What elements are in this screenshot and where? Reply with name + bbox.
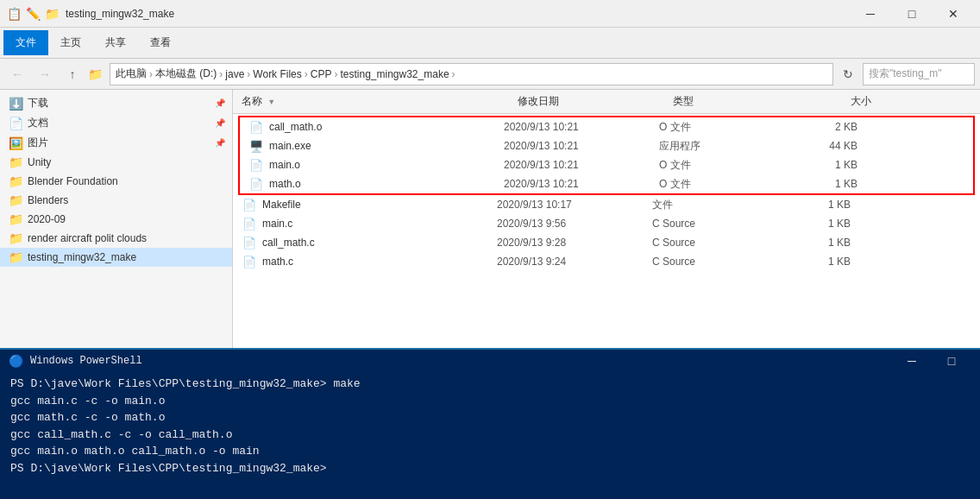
close-button[interactable]: ✕ [933,0,973,28]
table-row[interactable]: 📄 main.c 2020/9/13 9:56 C Source 1 KB [233,214,980,233]
file-name-cell: 📄 math.o [248,177,504,191]
forward-button[interactable]: → [33,62,57,86]
sidebar-label-unity: Unity [28,156,51,168]
table-row[interactable]: 📄 main.o 2020/9/13 10:21 O 文件 1 KB [240,155,973,174]
sidebar-item-pictures[interactable]: 🖼️ 图片 📌 [0,133,232,153]
terminal-title: Windows PowerShell [30,355,892,367]
tab-file[interactable]: 文件 [3,30,48,55]
file-icon-call-math-o: 📄 [248,120,264,134]
file-size-main-exe: 44 KB [788,140,858,152]
window-title: testing_mingw32_make [66,8,174,20]
tab-share[interactable]: 共享 [93,30,138,55]
file-name-main-o: main.o [269,159,300,171]
file-icon-main-c: 📄 [242,217,257,231]
tab-view[interactable]: 查看 [138,30,183,55]
col-header-date[interactable]: 修改日期 [518,94,673,109]
app-icon-2: ✏️ [26,7,40,21]
sidebar-item-2020-09[interactable]: 📁 2020-09 [0,210,232,229]
file-date-makefile: 2020/9/13 10:17 [497,199,652,211]
sidebar-item-render[interactable]: 📁 render aircraft polit clouds [0,229,232,248]
file-date-main-exe: 2020/9/13 10:21 [504,140,659,152]
path-part-3: Work Files [253,68,301,80]
sidebar-label-render: render aircraft polit clouds [28,232,147,244]
col-header-name[interactable]: 名称 ▼ [242,94,518,109]
address-path-bar[interactable]: 此电脑 › 本地磁盘 (D:) › jave › Work Files › CP… [110,63,833,85]
search-box[interactable]: 搜索"testing_m" [863,63,975,85]
testing-icon: 📁 [7,250,24,264]
file-icon-main-exe: 🖥️ [248,139,264,153]
file-type-math-c: C Source [652,256,782,268]
pin-icon-pictures: 📌 [215,138,225,148]
file-type-call-math-c: C Source [652,237,782,249]
file-name-math-c: math.c [262,256,293,268]
sidebar-item-testing[interactable]: 📁 testing_mingw32_make [0,248,232,267]
title-bar: 📋 ✏️ 📁 testing_mingw32_make ─ □ ✕ [0,0,980,28]
back-button[interactable]: ← [5,62,29,86]
file-date-call-math-o: 2020/9/13 10:21 [504,121,659,133]
file-name-main-c: main.c [262,218,292,230]
table-row[interactable]: 📄 math.o 2020/9/13 10:21 O 文件 1 KB [240,174,973,193]
sidebar-item-blender-foundation[interactable]: 📁 Blender Foundation [0,172,232,191]
terminal-titlebar: 🔵 Windows PowerShell ─ □ [0,348,980,372]
terminal: 🔵 Windows PowerShell ─ □ PS D:\jave\Work… [0,348,980,499]
file-type-main-o: O 文件 [659,158,788,173]
file-name-cell: 📄 main.o [248,158,504,172]
window-controls: ─ □ ✕ [851,0,973,28]
file-icon-main-o: 📄 [248,158,264,172]
file-type-math-o: O 文件 [659,177,788,192]
path-part-2: jave [225,68,244,80]
sidebar-item-blenders[interactable]: 📁 Blenders [0,191,232,210]
file-date-call-math-c: 2020/9/13 9:28 [497,237,652,249]
sidebar-label-documents: 文档 [28,116,48,130]
refresh-button[interactable]: ↻ [837,63,859,85]
blenders-icon: 📁 [7,193,24,207]
file-name-call-math-c: call_math.c [262,237,315,249]
col-header-type[interactable]: 类型 [673,94,802,109]
terminal-line-3: gcc call_math.c -c -o call_math.o [10,426,970,444]
table-row[interactable]: 🖥️ main.exe 2020/9/13 10:21 应用程序 44 KB [240,136,973,155]
file-name-cell: 🖥️ main.exe [248,139,504,153]
tab-home[interactable]: 主页 [48,30,93,55]
address-bar: ← → ↑ 📁 此电脑 › 本地磁盘 (D:) › jave › Work Fi… [0,59,980,90]
highlighted-group: 📄 call_math.o 2020/9/13 10:21 O 文件 2 KB … [238,116,975,195]
terminal-icon: 🔵 [9,354,23,369]
sidebar-label-2020-09: 2020-09 [28,213,66,225]
file-area: 名称 ▼ 修改日期 类型 大小 📄 call_math.o [233,90,980,348]
table-row[interactable]: 📄 Makefile 2020/9/13 10:17 文件 1 KB [233,195,980,214]
file-type-makefile: 文件 [652,198,782,212]
terminal-minimize-button[interactable]: ─ [892,349,932,373]
col-header-size[interactable]: 大小 [802,94,871,109]
file-type-main-exe: 应用程序 [659,139,788,154]
minimize-button[interactable]: ─ [851,0,890,28]
file-size-call-math-o: 2 KB [788,121,858,133]
table-row[interactable]: 📄 call_math.c 2020/9/13 9:28 C Source 1 … [233,233,980,252]
path-part-0: 此电脑 [116,66,147,81]
sidebar-item-unity[interactable]: 📁 Unity [0,153,232,172]
table-row[interactable]: 📄 call_math.o 2020/9/13 10:21 O 文件 2 KB [240,117,973,136]
sort-icon: ▼ [267,98,275,106]
table-row[interactable]: 📄 math.c 2020/9/13 9:24 C Source 1 KB [233,252,980,271]
terminal-maximize-button[interactable]: □ [932,349,971,373]
file-name-cell: 📄 Makefile [242,198,497,212]
download-icon: ⬇️ [7,97,24,111]
sidebar-item-downloads[interactable]: ⬇️ 下载 📌 [0,93,232,113]
file-size-main-c: 1 KB [782,218,851,230]
file-size-main-o: 1 KB [788,159,858,171]
file-name-makefile: Makefile [262,199,301,211]
maximize-button[interactable]: □ [892,0,932,28]
path-part-1: 本地磁盘 (D:) [155,66,217,81]
file-table-header: 名称 ▼ 修改日期 类型 大小 [233,90,980,114]
sidebar-label-downloads: 下载 [28,96,48,111]
app-icon-1: 📋 [7,7,21,21]
sidebar-label-blender-foundation: Blender Foundation [28,175,118,187]
render-icon: 📁 [7,231,24,245]
up-button[interactable]: ↑ [60,62,85,86]
terminal-line-1: gcc main.c -c -o main.o [10,393,970,410]
file-name-cell: 📄 call_math.o [248,120,504,134]
file-date-math-c: 2020/9/13 9:24 [497,256,652,268]
path-part-5: testing_mingw32_make [340,68,449,80]
file-name-call-math-o: call_math.o [269,121,322,133]
sidebar-item-documents[interactable]: 📄 文档 📌 [0,113,232,133]
title-bar-icons: 📋 ✏️ 📁 [7,7,59,21]
file-size-math-o: 1 KB [788,178,858,190]
